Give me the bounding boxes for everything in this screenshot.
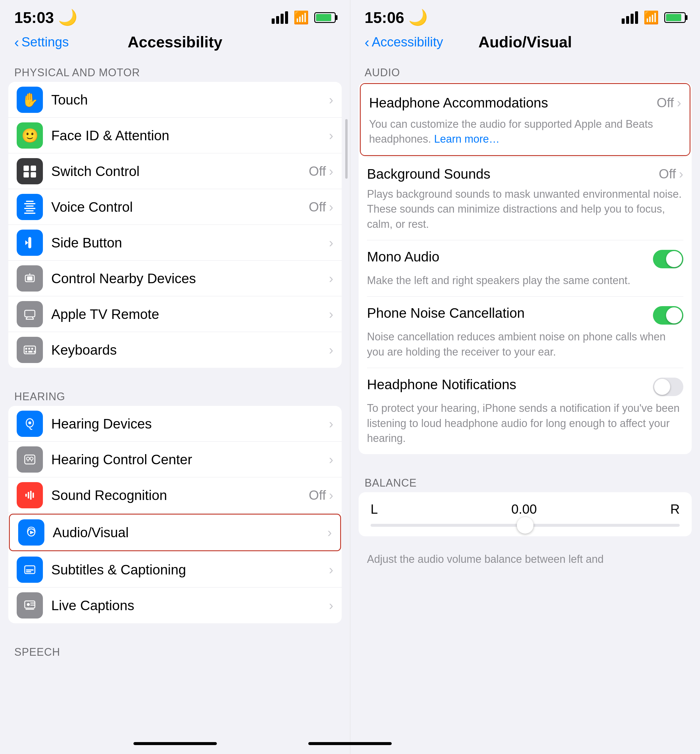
balance-section-header: BALANCE	[350, 468, 700, 492]
left-time: 15:03	[14, 9, 54, 27]
chevron-right-icon: ›	[679, 167, 683, 181]
audio-visual-label: Audio/Visual	[53, 525, 129, 540]
keyboards-item[interactable]: Keyboards ›	[8, 332, 342, 368]
apple-tv-item[interactable]: Apple TV Remote ›	[8, 296, 342, 332]
hearing-devices-item[interactable]: Hearing Devices ›	[8, 406, 342, 442]
chevron-right-icon: ›	[329, 562, 333, 577]
phone-noise-cancellation-toggle[interactable]	[653, 306, 683, 325]
chevron-right-icon: ›	[677, 95, 681, 110]
right-signal-bars-icon	[622, 11, 638, 24]
side-button-item[interactable]: Side Button ›	[8, 225, 342, 261]
battery-fill	[316, 14, 331, 21]
svg-rect-1	[31, 165, 36, 171]
svg-rect-26	[34, 351, 36, 353]
svg-rect-2	[23, 172, 29, 178]
bar4	[285, 11, 288, 24]
physical-motor-list: ✋ Touch › 🙂 Face ID & Attention ›	[8, 82, 342, 368]
chevron-right-icon: ›	[329, 92, 333, 107]
learn-more-link[interactable]: Learn more…	[434, 133, 500, 145]
back-label: Settings	[22, 34, 69, 50]
chevron-right-icon: ›	[329, 452, 333, 467]
chevron-right-icon: ›	[329, 128, 333, 143]
chevron-right-icon: ›	[329, 307, 333, 322]
svg-point-44	[27, 603, 30, 606]
mono-audio-sub: Make the left and right speakers play th…	[359, 268, 692, 296]
faceid-item[interactable]: 🙂 Face ID & Attention ›	[8, 118, 342, 153]
sound-recognition-label: Sound Recognition	[51, 487, 167, 503]
sound-recognition-item[interactable]: Sound Recognition Off ›	[8, 477, 342, 513]
wifi-icon: 📶	[294, 10, 309, 25]
switch-control-item[interactable]: Switch Control Off ›	[8, 153, 342, 189]
back-button[interactable]: ‹ Settings	[14, 34, 69, 50]
chevron-right-icon: ›	[329, 200, 333, 214]
svg-rect-21	[28, 348, 30, 350]
headphone-notifications-sub: To protect your hearing, iPhone sends a …	[359, 396, 692, 454]
scroll-indicator[interactable]	[345, 119, 348, 179]
voice-control-value: Off	[309, 200, 326, 214]
bar1	[622, 19, 625, 24]
control-nearby-item[interactable]: Control Nearby Devices ›	[8, 261, 342, 296]
headphone-notifications-toggle[interactable]	[653, 378, 683, 396]
headphone-accommodations-sub: You can customize the audio for supporte…	[361, 117, 689, 155]
control-nearby-label: Control Nearby Devices	[51, 270, 196, 286]
subtitles-captioning-item[interactable]: Subtitles & Captioning ›	[8, 552, 342, 587]
svg-rect-0	[23, 165, 29, 171]
keyboards-icon	[17, 337, 43, 363]
live-captions-item[interactable]: Live Captions ›	[8, 587, 342, 623]
mono-audio-item[interactable]: Mono Audio	[359, 240, 692, 268]
phone-noise-cancellation-sub: Noise cancellation reduces ambient noise…	[359, 325, 692, 368]
touch-item[interactable]: ✋ Touch ›	[8, 82, 342, 118]
headphone-accommodations-container: Headphone Accommodations Off › You can c…	[360, 83, 691, 156]
voice-control-item[interactable]: Voice Control Off ›	[8, 189, 342, 225]
moon-icon: 🌙	[58, 8, 77, 27]
left-phone-panel: 15:03 🌙 📶 ‹ Settings Accessibility PHYSI…	[0, 0, 350, 754]
right-nav-bar: ‹ Accessibility Audio/Visual	[350, 30, 700, 58]
section-speech-header: SPEECH	[0, 638, 350, 661]
side-button-label: Side Button	[51, 235, 122, 251]
faceid-icon: 🙂	[17, 122, 43, 148]
touch-icon: ✋	[17, 87, 43, 113]
right-back-button[interactable]: ‹ Accessibility	[365, 34, 443, 50]
background-sounds-item[interactable]: Background Sounds Off ›	[359, 158, 692, 182]
right-home-indicator	[308, 742, 392, 745]
hearing-devices-label: Hearing Devices	[51, 416, 152, 432]
left-nav-bar: ‹ Settings Accessibility	[0, 30, 350, 58]
svg-rect-10	[28, 237, 31, 248]
right-battery-fill	[666, 14, 681, 21]
svg-point-30	[27, 457, 30, 460]
headphone-notifications-label: Headphone Notifications	[367, 376, 516, 392]
balance-right-label: R	[670, 502, 680, 517]
headphone-notifications-item[interactable]: Headphone Notifications	[359, 368, 692, 396]
balance-slider-thumb[interactable]	[517, 517, 533, 534]
right-status-bar: 15:06 🌙 📶	[350, 0, 700, 30]
hearing-devices-icon	[17, 411, 43, 437]
svg-rect-8	[26, 210, 34, 211]
signal-bars-icon	[272, 11, 288, 24]
svg-rect-15	[25, 310, 35, 317]
svg-rect-25	[28, 351, 33, 353]
bar3	[281, 14, 284, 24]
chevron-right-icon: ›	[327, 525, 332, 540]
mono-audio-label: Mono Audio	[367, 249, 439, 265]
faceid-label: Face ID & Attention	[51, 128, 169, 144]
hearing-list: Hearing Devices › Hearing Control Center	[8, 406, 342, 623]
hearing-control-center-item[interactable]: Hearing Control Center ›	[8, 442, 342, 477]
audio-visual-item[interactable]: Audio/Visual ›	[9, 514, 341, 551]
phone-noise-cancellation-item[interactable]: Phone Noise Cancellation	[359, 297, 692, 325]
bar2	[276, 16, 279, 24]
balance-value: 0.00	[511, 502, 537, 517]
toggle-thumb	[666, 307, 682, 323]
back-chevron-icon: ‹	[14, 34, 19, 50]
mono-audio-toggle[interactable]	[653, 250, 683, 268]
right-wifi-icon: 📶	[644, 10, 659, 25]
toggle-thumb	[654, 379, 670, 395]
chevron-right-icon: ›	[329, 416, 333, 431]
headphone-accommodations-item[interactable]: Headphone Accommodations Off ›	[361, 84, 689, 117]
balance-section: L 0.00 R	[359, 492, 692, 536]
svg-rect-20	[25, 348, 27, 350]
chevron-right-icon: ›	[329, 598, 333, 613]
balance-slider[interactable]	[370, 524, 680, 527]
subtitles-captioning-label: Subtitles & Captioning	[51, 562, 186, 578]
bar3	[631, 14, 634, 24]
chevron-right-icon: ›	[329, 235, 333, 250]
